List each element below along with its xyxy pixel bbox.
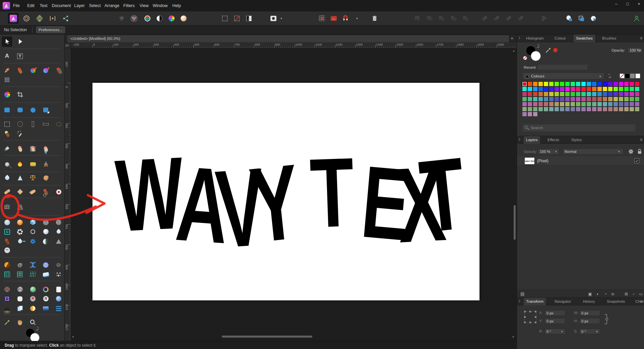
palette-swatch[interactable] (602, 97, 607, 102)
palette-swatch[interactable] (554, 102, 559, 107)
toolbar-caret-button[interactable]: ▾ (352, 13, 362, 23)
palette-caret-icon[interactable]: ▾ (599, 75, 601, 78)
palette-swatch[interactable] (565, 107, 570, 112)
palette-swatch[interactable] (527, 92, 532, 97)
palette-swatch[interactable] (533, 102, 538, 107)
palette-swatch[interactable] (554, 86, 559, 92)
tool-patch[interactable] (15, 187, 25, 197)
palette-swatch[interactable] (635, 86, 640, 92)
maximize-button[interactable]: ▢ (623, 0, 633, 9)
layers-opacity-caret-icon[interactable]: ▾ (555, 150, 557, 153)
toolbar-assistant-off-button[interactable] (129, 13, 139, 23)
tool-flood-select[interactable] (15, 129, 25, 139)
palette-swatch[interactable] (586, 92, 591, 97)
palette-swatch[interactable] (613, 102, 618, 107)
tool-ellipse[interactable] (28, 105, 38, 115)
tool-clone-stamp[interactable] (41, 159, 51, 169)
palette-swatch[interactable] (608, 92, 613, 97)
tool-rect-marquee[interactable] (2, 119, 12, 129)
opacity-caret-icon[interactable]: ▾ (640, 49, 641, 52)
tool-iris[interactable] (41, 284, 51, 294)
palette-swatch[interactable] (592, 102, 597, 107)
toolbar-auto-white-balance-button[interactable] (178, 13, 189, 23)
tool-globe[interactable] (41, 260, 51, 270)
palette-swatch[interactable] (635, 81, 640, 86)
palette-swatch[interactable] (608, 86, 613, 92)
palette-swatch[interactable] (570, 97, 575, 102)
tool-burn[interactable] (15, 159, 25, 169)
transform-field-2[interactable]: 0 px (544, 318, 565, 324)
tool-pattern-x[interactable]: × (2, 284, 12, 294)
menu-edit[interactable]: Edit (25, 0, 37, 11)
palette-swatch[interactable] (533, 92, 538, 97)
layer-lock-icon[interactable] (636, 148, 643, 155)
panel-menu-icon[interactable]: ≡ (640, 36, 642, 41)
panel-menu-icon[interactable]: ≡ (640, 137, 642, 142)
transform-field-0[interactable]: 0 px (544, 310, 565, 316)
palette-swatch[interactable] (549, 97, 554, 102)
tool-halftone[interactable] (41, 217, 51, 227)
panel-background-swatch[interactable] (531, 51, 541, 61)
tool-healing[interactable] (2, 187, 12, 197)
palette-swatch[interactable] (554, 107, 559, 112)
palette-swatch[interactable] (560, 97, 565, 102)
tool-levels[interactable] (54, 303, 64, 313)
palette-swatch[interactable] (549, 81, 554, 86)
toolbar-move-by-whole-pixels-button[interactable]: → (328, 13, 339, 23)
tool-perspective[interactable] (15, 202, 25, 212)
quick-swatch-0[interactable] (620, 73, 625, 78)
group-layers-icon[interactable]: ⊞ (624, 291, 629, 297)
tool-sponge[interactable] (28, 159, 38, 169)
palette-swatch[interactable] (624, 81, 629, 86)
scroll-right-icon[interactable]: ▸ (513, 335, 514, 338)
new-layer-icon[interactable]: ▫ (631, 291, 636, 297)
document-tab[interactable]: <Untitled> [Modified] (60.3%) (67, 35, 509, 42)
quick-swatch-3[interactable] (635, 73, 640, 78)
palette-swatch[interactable] (619, 81, 624, 86)
palette-swatch[interactable] (592, 97, 597, 102)
tool-solarise[interactable] (2, 260, 12, 270)
palette-swatch[interactable] (602, 86, 607, 92)
tool-noise[interactable] (15, 284, 25, 294)
palette-swatch[interactable] (629, 81, 634, 86)
palette-swatch[interactable] (608, 107, 613, 112)
palette-swatch[interactable] (624, 107, 629, 112)
close-tab-icon[interactable]: × (509, 35, 515, 42)
palette-swatch[interactable] (624, 97, 629, 102)
tool-artistic-text[interactable]: A (2, 51, 12, 61)
anchor-handle[interactable] (524, 311, 526, 312)
tool-rounded-white[interactable] (15, 294, 25, 304)
tool-disc[interactable] (54, 217, 64, 227)
palette-select[interactable]: Colours▾ (523, 72, 604, 79)
palette-swatch[interactable] (613, 107, 618, 112)
toolbar-account-button[interactable] (631, 13, 642, 23)
palette-swatch[interactable] (619, 97, 624, 102)
tool-colour-wheel[interactable] (2, 90, 12, 100)
panel-eyedropper-icon[interactable] (544, 47, 552, 54)
tool-rounded-rectangle[interactable] (15, 105, 25, 115)
palette-swatch[interactable] (624, 92, 629, 97)
toolbar-delete-trash-button[interactable] (369, 13, 380, 23)
vertical-scrollbar[interactable] (514, 205, 516, 240)
link-dimensions-icon[interactable] (603, 314, 608, 325)
close-button[interactable]: × (634, 0, 644, 9)
palette-swatch[interactable] (608, 81, 613, 86)
palette-swatch[interactable] (624, 102, 629, 107)
palette-swatch[interactable] (527, 81, 532, 86)
palette-swatch[interactable] (576, 102, 581, 107)
tool-pen[interactable] (2, 65, 12, 75)
tool-split-view[interactable] (41, 236, 51, 246)
palette-swatch[interactable] (565, 86, 570, 92)
tool-triangle-filter[interactable] (54, 236, 64, 246)
palette-swatch[interactable] (581, 107, 586, 112)
menu-file[interactable]: File (11, 0, 22, 11)
palette-swatch[interactable] (619, 86, 624, 92)
menu-select[interactable]: Select (87, 0, 103, 11)
palette-swatch[interactable] (522, 102, 527, 107)
palette-swatch[interactable] (565, 102, 570, 107)
tool-lasso[interactable] (54, 119, 64, 129)
palette-swatch[interactable] (576, 107, 581, 112)
palette-swatch[interactable] (629, 107, 634, 112)
palette-swatch[interactable] (533, 81, 538, 86)
tool-inpainting[interactable] (41, 187, 51, 197)
